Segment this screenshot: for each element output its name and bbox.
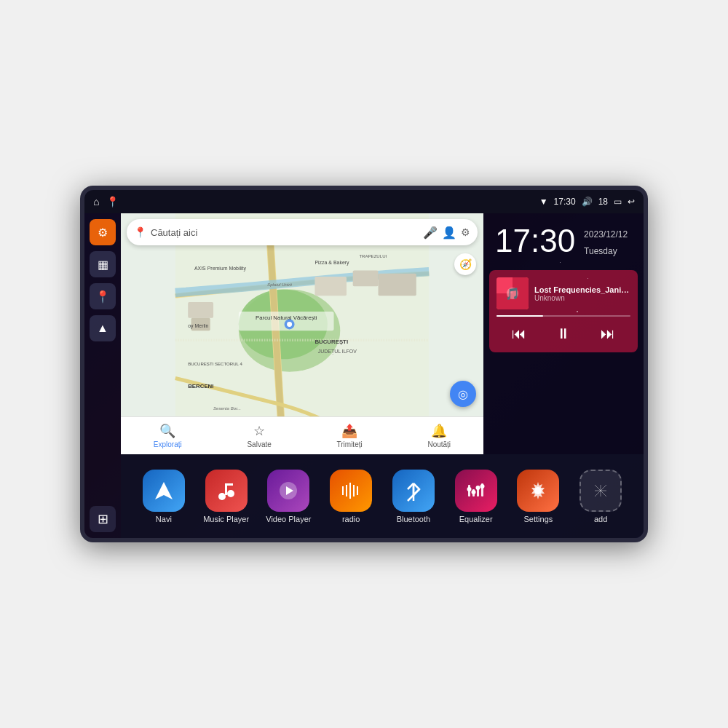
explore-icon: 🔍	[159, 423, 175, 439]
home-icon[interactable]: ⌂	[93, 196, 99, 207]
map-nav-saved[interactable]: ☆ Salvate	[247, 423, 271, 448]
svg-text:oy Merlin: oy Merlin	[188, 323, 208, 329]
status-bar: ⌂ 📍 ▼ 17:30 🔊 18 ▭ ↩	[84, 190, 644, 213]
volume-icon: 🔊	[582, 197, 593, 207]
back-icon[interactable]: ↩	[628, 197, 635, 207]
sidebar-btn-settings[interactable]: ⚙	[90, 219, 116, 245]
svg-text:Pizza & Bakery: Pizza & Bakery	[314, 260, 349, 266]
google-maps-icon: 📍	[134, 226, 146, 238]
battery-icon: ▭	[614, 197, 622, 207]
explore-label: Explorați	[154, 440, 182, 448]
map-nav-updates[interactable]: 🔔 Noutăți	[427, 423, 451, 448]
updates-label: Noutăți	[427, 440, 451, 448]
battery-level: 18	[598, 197, 608, 207]
svg-text:TRAPEZULUI: TRAPEZULUI	[359, 253, 387, 258]
status-right-info: ▼ 17:30 🔊 18 ▭ ↩	[539, 197, 635, 207]
updates-icon: 🔔	[431, 423, 447, 439]
settings-icon: ⚙	[98, 226, 108, 240]
saved-icon: ☆	[253, 423, 265, 439]
svg-rect-5	[314, 277, 347, 296]
svg-text:JUDEȚUL ILFOV: JUDEȚUL ILFOV	[318, 349, 357, 355]
profile-icon[interactable]: 👤	[442, 226, 456, 240]
compass-icon: 🧭	[459, 258, 472, 270]
svg-text:BERCENI: BERCENI	[188, 383, 213, 389]
share-icon: 📤	[341, 423, 357, 439]
map-search-actions: 🎤 👤 ⚙	[423, 226, 470, 240]
svg-rect-7	[379, 274, 416, 296]
status-time: 17:30	[554, 197, 576, 207]
map-settings-icon[interactable]: ⚙	[461, 226, 470, 238]
sidebar: ⚙ ▦ 📍 ▲ ⊞	[84, 213, 121, 538]
sidebar-btn-nav[interactable]: ▲	[90, 315, 116, 341]
map-search-bar[interactable]: 📍 Căutați aici 🎤 👤 ⚙	[127, 219, 478, 245]
map-nav-share[interactable]: 📤 Trimiteți	[337, 423, 363, 448]
sidebar-btn-maps[interactable]: 📍	[90, 283, 116, 309]
device-frame: ⌂ 📍 ▼ 17:30 🔊 18 ▭ ↩ ⚙	[80, 186, 648, 542]
svg-text:BUCUREȘTI SECTORUL 4: BUCUREȘTI SECTORUL 4	[188, 361, 242, 366]
main-content: ⚙ ▦ 📍 ▲ ⊞ 📍	[84, 213, 644, 538]
location-target-icon: ◎	[458, 387, 468, 401]
nav-arrow-icon: ▲	[97, 322, 108, 335]
saved-label: Salvate	[247, 440, 271, 448]
map-fab-location[interactable]: ◎	[450, 381, 476, 407]
sidebar-btn-files[interactable]: ▦	[90, 251, 116, 277]
share-label: Trimiteți	[337, 440, 363, 448]
svg-text:Sesenia Bor...: Sesenia Bor...	[213, 405, 241, 411]
map-compass[interactable]: 🧭	[454, 253, 476, 275]
mic-icon[interactable]: 🎤	[423, 226, 438, 240]
map-panel[interactable]: 📍 Căutați aici 🎤 👤 ⚙	[121, 213, 483, 454]
wifi-icon: ▼	[539, 197, 548, 207]
svg-text:AXIS Premium Mobility: AXIS Premium Mobility	[194, 266, 247, 272]
svg-rect-3	[188, 302, 213, 318]
location-icon[interactable]: 📍	[106, 196, 119, 207]
status-left-icons: ⌂ 📍	[93, 196, 119, 207]
map-bottom-nav: 🔍 Explorați ☆ Salvate 📤 Trimiteți 🔔	[121, 416, 483, 454]
map-pin-icon: 📍	[95, 290, 110, 304]
sidebar-grid-button[interactable]: ⊞	[90, 506, 116, 532]
svg-rect-6	[353, 270, 379, 286]
map-nav-explore[interactable]: 🔍 Explorați	[154, 423, 182, 448]
svg-text:BUCUREȘTI: BUCUREȘTI	[314, 339, 348, 345]
map-search-placeholder[interactable]: Căutați aici	[151, 227, 419, 238]
files-icon: ▦	[98, 258, 108, 272]
svg-point-11	[287, 322, 292, 327]
grid-icon: ⊞	[98, 511, 108, 527]
svg-text:Splaiul Unirii: Splaiul Unirii	[267, 282, 292, 287]
